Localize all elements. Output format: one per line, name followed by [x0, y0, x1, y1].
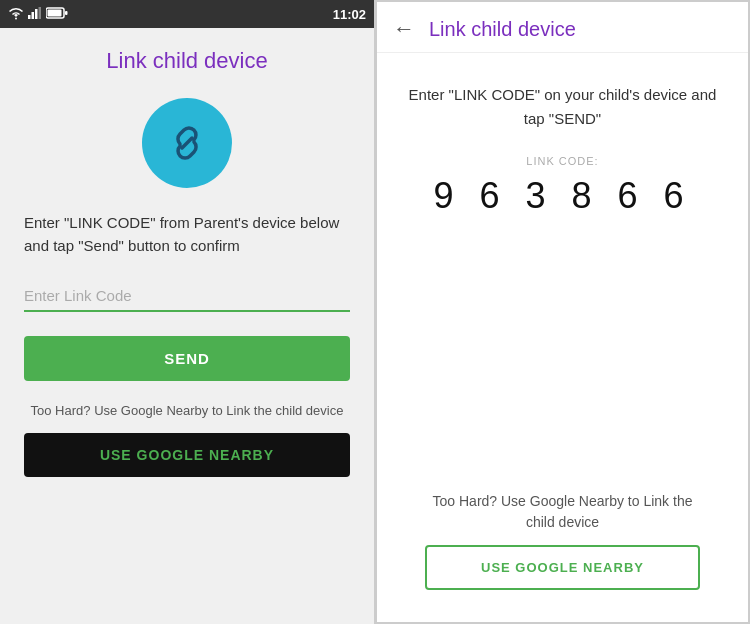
send-button[interactable]: SEND: [24, 336, 350, 381]
status-bar: 11:02: [0, 0, 374, 28]
svg-rect-5: [48, 10, 62, 17]
status-time: 11:02: [333, 7, 366, 22]
left-use-google-nearby-button[interactable]: USE GOOGLE NEARBY: [24, 433, 350, 477]
status-icons: [8, 6, 68, 22]
left-google-nearby-text: Too Hard? Use Google Nearby to Link the …: [31, 401, 344, 421]
link-code-value: 9 6 3 8 6 6: [433, 175, 691, 217]
svg-rect-3: [39, 7, 42, 19]
right-instruction-text: Enter "LINK CODE" on your child's device…: [401, 83, 724, 131]
right-header: ← Link child device: [377, 2, 748, 53]
left-instruction-text: Enter "LINK CODE" from Parent's device b…: [24, 212, 350, 257]
wifi-icon: [8, 6, 24, 22]
left-panel: 11:02 Link child device Enter "LINK CODE…: [0, 0, 375, 624]
back-arrow-icon[interactable]: ←: [393, 16, 415, 42]
right-panel: ← Link child device Enter "LINK CODE" on…: [375, 0, 750, 624]
right-use-google-nearby-button[interactable]: USE GOOGLE NEARBY: [425, 545, 700, 590]
battery-icon: [46, 7, 68, 21]
left-content: Link child device Enter "LINK CODE" from…: [0, 28, 374, 624]
svg-rect-0: [28, 15, 31, 19]
right-google-nearby-text: Too Hard? Use Google Nearby to Link the …: [425, 491, 700, 533]
signal-icon: [28, 7, 42, 21]
right-content: Enter "LINK CODE" on your child's device…: [377, 53, 748, 622]
right-title: Link child device: [429, 18, 576, 41]
link-code-label: LINK CODE:: [526, 155, 598, 167]
svg-rect-2: [35, 9, 38, 19]
left-title: Link child device: [106, 48, 267, 74]
right-bottom: Too Hard? Use Google Nearby to Link the …: [401, 491, 724, 606]
chain-icon: [162, 118, 212, 168]
chain-icon-circle: [142, 98, 232, 188]
svg-line-7: [182, 138, 192, 148]
svg-rect-1: [32, 12, 35, 19]
link-code-input[interactable]: [24, 281, 350, 312]
svg-rect-6: [65, 11, 68, 15]
